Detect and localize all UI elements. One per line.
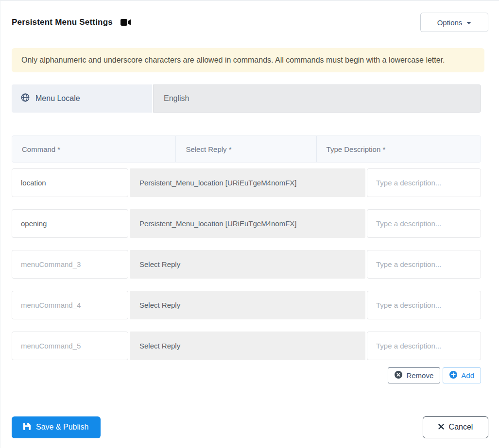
reply-select-4-value: Select Reply bbox=[139, 301, 180, 309]
remove-row-button[interactable]: Remove bbox=[388, 367, 440, 383]
page-title: Persistent Menu Settings bbox=[12, 17, 113, 27]
command-row-5: Select Reply bbox=[12, 332, 481, 360]
command-row-2: Persistent_Menu_location [URiEuTgeM4nomF… bbox=[12, 209, 481, 238]
save-floppy-icon bbox=[23, 423, 31, 432]
add-row-button[interactable]: Add bbox=[443, 367, 481, 383]
command-input-4[interactable] bbox=[12, 291, 128, 319]
reply-select-3-value: Select Reply bbox=[139, 260, 180, 268]
menu-locale-label: Menu Locale bbox=[35, 94, 80, 103]
reply-select-2-value: Persistent_Menu_location [URiEuTgeM4nomF… bbox=[139, 219, 296, 228]
cancel-button[interactable]: Cancel bbox=[423, 416, 488, 438]
column-header-command: Command * bbox=[12, 136, 176, 162]
footer-actions: Save & Publish Cancel bbox=[12, 416, 488, 438]
description-input-3[interactable] bbox=[367, 250, 481, 279]
command-row-3: Select Reply bbox=[12, 250, 481, 279]
row-actions: Remove Add bbox=[12, 367, 481, 383]
command-input-5[interactable] bbox=[12, 332, 128, 360]
video-camera-icon bbox=[120, 18, 132, 26]
column-header-type-description: Type Description * bbox=[317, 136, 481, 162]
globe-icon bbox=[21, 93, 30, 104]
add-button-label: Add bbox=[461, 371, 474, 380]
command-input-1[interactable] bbox=[12, 168, 128, 197]
table-header: Command * Select Reply * Type Descriptio… bbox=[12, 135, 481, 163]
menu-locale-value[interactable]: English bbox=[153, 84, 481, 113]
reply-select-4[interactable]: Select Reply bbox=[130, 291, 365, 319]
description-input-1[interactable] bbox=[367, 168, 481, 197]
reply-select-1-value: Persistent_Menu_location [URiEuTgeM4nomF… bbox=[139, 179, 296, 187]
description-input-4[interactable] bbox=[367, 291, 481, 319]
options-button-label: Options bbox=[437, 18, 463, 27]
menu-locale-row: Menu Locale English bbox=[12, 84, 481, 113]
description-input-2[interactable] bbox=[367, 209, 481, 238]
remove-button-label: Remove bbox=[406, 371, 433, 380]
add-circle-icon bbox=[449, 371, 457, 380]
reply-select-3[interactable]: Select Reply bbox=[130, 250, 365, 279]
description-input-5[interactable] bbox=[367, 332, 481, 360]
save-publish-label: Save & Publish bbox=[36, 423, 89, 431]
options-button[interactable]: Options bbox=[420, 13, 488, 32]
title-wrap: Persistent Menu Settings bbox=[12, 17, 132, 27]
save-publish-button[interactable]: Save & Publish bbox=[12, 416, 101, 438]
command-row-1: Persistent_Menu_location [URiEuTgeM4nomF… bbox=[12, 168, 481, 197]
menu-locale-label-cell: Menu Locale bbox=[12, 84, 152, 113]
reply-select-5[interactable]: Select Reply bbox=[130, 332, 365, 360]
warning-banner-text: Only alphanumeric and underscore charact… bbox=[21, 56, 445, 65]
column-header-select-reply: Select Reply * bbox=[176, 136, 316, 162]
chevron-down-icon bbox=[466, 22, 471, 24]
command-input-2[interactable] bbox=[12, 209, 128, 238]
cancel-button-label: Cancel bbox=[449, 423, 473, 431]
command-row-4: Select Reply bbox=[12, 291, 481, 319]
command-input-3[interactable] bbox=[12, 250, 128, 279]
reply-select-2[interactable]: Persistent_Menu_location [URiEuTgeM4nomF… bbox=[130, 209, 365, 238]
close-x-icon bbox=[438, 423, 444, 431]
persistent-menu-settings-card: Persistent Menu Settings Options Only al… bbox=[0, 0, 499, 448]
warning-banner: Only alphanumeric and underscore charact… bbox=[12, 48, 484, 72]
remove-circle-icon bbox=[395, 371, 402, 380]
reply-select-1[interactable]: Persistent_Menu_location [URiEuTgeM4nomF… bbox=[130, 168, 365, 197]
header: Persistent Menu Settings Options bbox=[12, 13, 488, 32]
reply-select-5-value: Select Reply bbox=[139, 342, 180, 350]
